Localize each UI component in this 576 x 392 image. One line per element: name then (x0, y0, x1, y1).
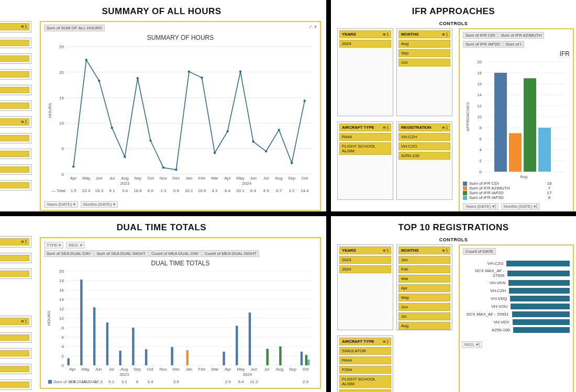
slicer-item[interactable]: P28A (339, 366, 391, 374)
years-dropdown[interactable]: Years (DATE) ▾⟆ (463, 203, 499, 210)
multiselect-icon[interactable]: ≋ (442, 126, 445, 130)
slicer-item[interactable]: Jul (398, 312, 450, 320)
slicer-item[interactable]: 2023 (339, 256, 391, 264)
svg-text:Nov: Nov (160, 176, 167, 181)
field-chip[interactable]: Sum of IFR CDI (463, 32, 497, 39)
svg-text:6: 6 (480, 137, 482, 141)
multiselect-icon[interactable]: ≋ (383, 340, 386, 344)
slicer-item[interactable]: VH-CZG (398, 142, 450, 150)
slicer-stub[interactable] (0, 348, 31, 359)
reg-dropdown[interactable]: REG. ▾ (66, 242, 85, 249)
svg-rect-137 (266, 349, 268, 366)
slicer-item[interactable]: Aug (398, 40, 450, 48)
clear-filter-icon[interactable]: ⟆ (25, 120, 27, 124)
slicer-item[interactable]: 2024 (339, 40, 391, 48)
slicer-stub[interactable] (0, 85, 31, 95)
slicer-stub[interactable] (0, 53, 31, 64)
field-chip[interactable]: Count of DATE (463, 248, 496, 255)
slicer-item[interactable]: 2024 (339, 265, 391, 273)
slicer-item[interactable]: Jan (398, 256, 450, 264)
reg-bar-row: DCX MAX_AF - 25931 (463, 311, 570, 317)
svg-text:0: 0 (62, 363, 64, 368)
field-chip[interactable]: Sum of SEA DUAL NIGHT (94, 250, 148, 257)
years-dropdown[interactable]: Years (DATE) ▾ (44, 201, 78, 208)
slicer-stub[interactable] (0, 69, 31, 80)
slicer-item[interactable]: Sep (398, 49, 450, 57)
months-dropdown[interactable]: Months (DATE) ▾⟆ (501, 203, 540, 210)
slicer-item[interactable]: May (398, 294, 450, 301)
slicer-stub[interactable] (0, 379, 31, 390)
field-chip[interactable]: Sum of SEA DUAL DAY (44, 250, 93, 257)
field-chip[interactable]: Sum of IFR AZIMUTH (498, 32, 544, 39)
slicer-item[interactable]: Oct (398, 59, 450, 66)
slicer-stub[interactable] (0, 38, 31, 48)
slicer-stub[interactable] (0, 180, 31, 191)
multiselect-icon[interactable]: ≋ (21, 25, 24, 29)
clear-filter-icon[interactable]: ⟆ (25, 25, 27, 29)
slicer-stub[interactable]: ≋⟆ (0, 21, 31, 32)
multiselect-icon[interactable]: ≋ (383, 249, 386, 253)
type-dropdown[interactable]: TYPE ▾ (44, 242, 63, 249)
clear-filter-icon[interactable]: ⟆ (387, 32, 389, 37)
multiselect-icon[interactable]: ≋ (21, 120, 24, 124)
svg-text:Jul: Jul (108, 367, 114, 372)
slicer-stub[interactable]: ≋⟆ (0, 316, 31, 327)
expand-icon[interactable]: ⤢ ▾ (308, 24, 317, 29)
clear-filter-icon[interactable]: ⟆ (25, 240, 27, 244)
clear-filter-icon[interactable]: ⟆ (446, 249, 448, 253)
clear-filter-icon[interactable]: ⟆ (446, 126, 448, 130)
panel-summary: SUMMARY OF ALL HOURS ≋⟆ ≋⟆ Sum of SUM OF… (0, 0, 326, 211)
slicer-stub[interactable] (0, 268, 31, 279)
multiselect-icon[interactable]: ≋ (442, 32, 445, 37)
field-chip[interactable]: Count of MEA DUAL NIGHT (202, 250, 260, 257)
svg-text:8: 8 (480, 126, 482, 130)
clear-filter-icon[interactable]: ⟆ (387, 249, 389, 253)
clear-filter-icon[interactable]: ⟆ (387, 340, 389, 344)
clear-filter-icon[interactable]: ⟆ (446, 32, 448, 37)
field-chip[interactable]: Sum of SUM OF ALL HOURS (44, 25, 105, 31)
months-dropdown[interactable]: Months (DATE) ▾ (81, 201, 118, 208)
slicer-stub[interactable] (0, 253, 31, 263)
multiselect-icon[interactable]: ≋ (21, 319, 24, 323)
slicer-item[interactable]: Aug (398, 322, 450, 330)
svg-point-27 (252, 140, 254, 142)
clear-filter-icon[interactable]: ⟆ (387, 126, 389, 130)
slicer-stub[interactable] (0, 100, 31, 111)
slicer-item[interactable]: A250-100 (398, 152, 450, 160)
slicer-item[interactable]: FLIGHT SCHOOL ALSIM (339, 142, 391, 155)
reg-bar-row: VH-VOU (463, 304, 570, 309)
clear-filter-icon[interactable]: ⟆ (25, 319, 27, 323)
slicer-item[interactable]: VH-CZH (398, 133, 450, 141)
field-chip[interactable]: Sum of I (503, 41, 524, 48)
reg-dropdown[interactable]: REG. ▾⟆ (462, 341, 482, 348)
slicer-item[interactable]: Jun (398, 303, 450, 311)
multiselect-icon[interactable]: ≋ (383, 32, 386, 37)
slicer-item[interactable]: Feb (398, 265, 450, 273)
slicer-item[interactable]: Apr (398, 284, 450, 292)
multiselect-icon[interactable]: ≋ (21, 240, 24, 244)
svg-text:2023: 2023 (119, 372, 129, 377)
svg-text:4.5: 4.5 (263, 188, 270, 193)
field-chip[interactable]: Count of MEA DUAL DAY (149, 250, 202, 257)
slicer-item[interactable]: SIMULATOR (339, 347, 391, 355)
multiselect-icon[interactable]: ≋ (442, 249, 445, 253)
svg-text:14.4: 14.4 (301, 188, 309, 193)
slicer-stub[interactable] (0, 364, 31, 374)
slicer-stub[interactable] (0, 149, 31, 159)
field-chip[interactable]: Sum of IFR IAP2D (463, 41, 503, 48)
multiselect-icon[interactable]: ≋ (383, 126, 386, 130)
slicer-stub[interactable] (0, 332, 31, 343)
svg-text:22.4: 22.4 (82, 188, 91, 193)
slicer-stub[interactable]: ≋⟆ (0, 116, 31, 128)
slicer-item[interactable]: FLIGHT SCHOOL ALSIM (339, 375, 391, 388)
slicer-stub[interactable]: ≋⟆ (0, 236, 31, 248)
reg-bar-row: DCX MAX_AF - 27929 (463, 268, 570, 278)
slicer-item[interactable]: PA44 (339, 356, 391, 364)
slicer-stub[interactable] (0, 133, 31, 143)
slicer-item[interactable]: Mar (398, 275, 450, 283)
slicer-item[interactable]: C206 (339, 389, 391, 392)
panel-ifr: IFR APPROACHES CONTROLS YEARS≋⟆ 2024 MON… (331, 0, 576, 211)
slicer-item[interactable]: PA44 (339, 133, 391, 141)
svg-text:8: 8 (62, 326, 64, 330)
slicer-stub[interactable] (0, 164, 31, 175)
